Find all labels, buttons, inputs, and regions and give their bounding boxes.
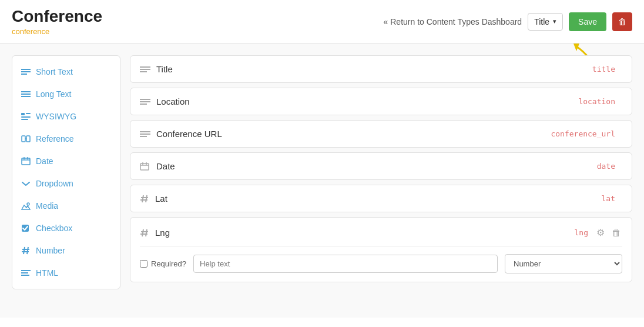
svg-rect-10: [21, 119, 28, 120]
field-icon-lng: [140, 229, 149, 237]
main-content: Short Text Long Text WYSIWYG: [0, 44, 644, 318]
sidebar-item-label: Media: [36, 201, 58, 211]
svg-rect-8: [26, 113, 31, 114]
type-select[interactable]: Number Text Integer: [505, 254, 622, 273]
field-actions-lng: ⚙ 🗑: [595, 226, 622, 239]
field-row-conference-url: Conference URL conference_url: [130, 120, 632, 148]
svg-marker-18: [22, 205, 30, 209]
field-icon-location: [140, 98, 150, 106]
sidebar-item-label: Number: [36, 246, 65, 255]
long-text-icon: [21, 89, 31, 99]
sidebar-item-short-text[interactable]: Short Text: [12, 61, 120, 83]
svg-rect-7: [21, 113, 25, 115]
svg-line-46: [146, 229, 147, 236]
svg-point-19: [27, 203, 29, 205]
title-dropdown[interactable]: Title ▾: [528, 13, 563, 31]
field-row-lng-top: Lng lng ⚙ 🗑: [140, 226, 622, 239]
field-key-lat: lat: [602, 194, 615, 203]
svg-rect-12: [26, 136, 30, 142]
reference-icon: [21, 134, 31, 144]
hash-icon: [21, 245, 31, 256]
chevron-down-icon: ▾: [553, 18, 556, 25]
wysiwyg-icon: [21, 111, 31, 122]
field-key-location: location: [578, 97, 615, 106]
delete-button[interactable]: 🗑: [612, 12, 632, 31]
field-row-date: Date date: [130, 152, 632, 180]
sidebar-item-label: Long Text: [36, 89, 71, 99]
sidebar-item-date[interactable]: Date: [12, 150, 120, 172]
field-label-location: Location: [156, 96, 578, 106]
svg-rect-14: [22, 158, 30, 165]
field-row-lng: Lng lng ⚙ 🗑 Required? Number Text Intege…: [130, 217, 632, 282]
field-key-lng: lng: [575, 228, 588, 237]
field-icon-conference-url: [140, 130, 150, 138]
sidebar-item-label: Reference: [36, 134, 74, 144]
field-row-lat: Lat lat: [130, 185, 632, 212]
svg-rect-11: [22, 136, 25, 142]
field-key-title: title: [592, 65, 615, 74]
trash-icon: 🗑: [618, 17, 626, 26]
calendar-icon: [21, 156, 31, 166]
sidebar-item-checkbox[interactable]: Checkbox: [12, 217, 120, 239]
content-type-slug: conference: [12, 27, 102, 36]
short-text-icon: [21, 66, 31, 77]
svg-rect-37: [140, 164, 149, 170]
field-icon-date: [140, 162, 150, 171]
field-row-location: Location location: [130, 88, 632, 115]
field-key-conference-url: conference_url: [551, 129, 615, 138]
sidebar: Short Text Long Text WYSIWYG: [12, 55, 120, 289]
sidebar-item-label: Checkbox: [36, 223, 72, 233]
help-text-input[interactable]: [193, 255, 498, 273]
title-dropdown-label: Title: [534, 17, 549, 26]
svg-line-21: [24, 247, 25, 254]
field-icon-lat: [140, 195, 149, 203]
field-label-conference-url: Conference URL: [156, 129, 551, 139]
svg-rect-9: [21, 116, 31, 118]
save-button[interactable]: Save: [569, 12, 606, 31]
html-icon: [21, 268, 31, 278]
sidebar-item-dropdown[interactable]: Dropdown: [12, 172, 120, 195]
required-checkbox-label[interactable]: Required?: [140, 259, 186, 268]
svg-line-22: [27, 247, 28, 254]
checkbox-icon: [21, 223, 31, 233]
field-label-lat: Lat: [155, 193, 602, 203]
header: Conference conference « Return to Conten…: [0, 0, 644, 44]
field-row-title: Title title: [130, 55, 632, 83]
media-icon: [21, 201, 31, 211]
fields-area: Title title Location location Conference…: [130, 55, 632, 306]
svg-line-41: [142, 195, 143, 202]
svg-line-42: [146, 195, 147, 202]
required-label: Required?: [151, 259, 186, 268]
sidebar-item-label: Dropdown: [36, 179, 73, 188]
page-title: Conference: [12, 7, 102, 26]
svg-line-45: [142, 229, 143, 236]
field-expanded-body-lng: Required? Number Text Integer: [140, 246, 622, 273]
sidebar-item-wysiwyg[interactable]: WYSIWYG: [12, 105, 120, 128]
sidebar-item-html[interactable]: HTML: [12, 262, 120, 284]
sidebar-item-label: Date: [36, 156, 53, 166]
field-key-date: date: [597, 162, 615, 171]
field-label-title: Title: [156, 64, 592, 74]
sidebar-item-media[interactable]: Media: [12, 195, 120, 217]
sidebar-item-label: HTML: [36, 268, 58, 278]
required-checkbox-input[interactable]: [140, 260, 147, 268]
dropdown-icon: [21, 178, 31, 189]
field-label-date: Date: [156, 161, 597, 171]
field-settings-button[interactable]: ⚙: [595, 226, 606, 239]
field-delete-button[interactable]: 🗑: [611, 226, 622, 239]
header-right: « Return to Content Types Dashboard Titl…: [384, 12, 632, 31]
return-link[interactable]: « Return to Content Types Dashboard: [384, 17, 522, 26]
field-label-lng: Lng: [155, 228, 575, 238]
sidebar-item-long-text[interactable]: Long Text: [12, 83, 120, 105]
sidebar-item-reference[interactable]: Reference: [12, 128, 120, 150]
sidebar-item-number[interactable]: Number: [12, 239, 120, 262]
field-icon-title: [140, 65, 150, 74]
sidebar-item-label: Short Text: [36, 67, 73, 76]
sidebar-item-label: WYSIWYG: [36, 112, 76, 121]
header-left: Conference conference: [12, 7, 102, 36]
